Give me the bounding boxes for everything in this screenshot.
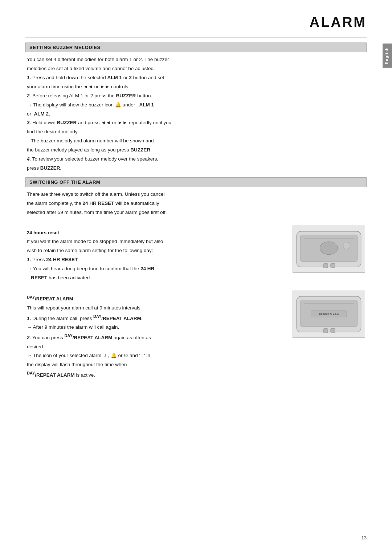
section1-dash2: the buzzer melody played as long as you … xyxy=(27,146,365,154)
sub2-text3: is active. xyxy=(75,372,95,378)
sub2-step1-text2: . xyxy=(141,315,143,321)
page-wrapper: English ALARM SETTING BUZZER MELODIES Yo… xyxy=(0,0,392,555)
two-col-layout-2: DAY/REPEAT ALARM This will repeat your a… xyxy=(27,291,365,380)
section1-step1-cont: your alarm time using the ◄◄ or ►► contr… xyxy=(27,83,365,91)
step4-num: 4. xyxy=(27,156,31,162)
section2-intro1: There are three ways to switch off the a… xyxy=(27,191,365,198)
arrow-right-4 xyxy=(27,353,33,358)
section1-step2-arrow2: or ALM 2. xyxy=(27,110,365,118)
section1-step3: 3. Hold down BUZZER and press ◄◄ or ►► r… xyxy=(27,119,365,127)
section1-header: SETTING BUZZER MELODIES xyxy=(25,42,367,52)
section1-intro1: You can set 4 different melodies for bot… xyxy=(27,56,365,64)
sub2-title: DAY/REPEAT ALARM xyxy=(27,294,285,303)
col-text: 24 hours reset If you want the alarm mod… xyxy=(27,226,285,283)
sub2-step2-bold: /REPEAT ALARM xyxy=(73,335,113,340)
title-rule xyxy=(25,37,367,37)
step4-text1: To review your selected buzzer melody ov… xyxy=(32,156,158,162)
section1-content: You can set 4 different melodies for bot… xyxy=(25,56,367,172)
sub2-title-day: DAY xyxy=(27,295,35,299)
arrow-right-3 xyxy=(27,324,33,330)
col-image-bottom: REPEAT ALARM xyxy=(293,291,365,343)
section1-dash1: – The buzzer melody and alarm number wil… xyxy=(27,137,365,145)
step3-bold1: BUZZER xyxy=(57,120,77,125)
svg-point-6 xyxy=(343,242,350,249)
sub2-bold2: /REPEAT ALARM xyxy=(35,372,75,378)
section2-intro4: selected after 59 minutes, from the time… xyxy=(27,209,365,216)
page-title-bar: ALARM xyxy=(25,15,367,30)
step1-num: 1. xyxy=(27,75,31,80)
step2-bold1: BUZZER xyxy=(116,93,136,98)
sub2-step1-arrow: After 9 minutes the alarm will call agai… xyxy=(27,324,285,331)
step2-num: 2. xyxy=(27,93,31,98)
section1-step1: 1. Press and hold down the selected ALM … xyxy=(27,74,365,82)
section2-header: SWITCHING OFF THE ALARM xyxy=(25,177,367,187)
svg-point-2 xyxy=(320,242,338,254)
step1-bold1: ALM 1 xyxy=(107,75,122,80)
page-title: ALARM xyxy=(25,15,367,30)
sub1-title: 24 hours reset xyxy=(27,229,285,236)
english-tab: English xyxy=(383,44,392,68)
step1-text3: button and set xyxy=(132,75,164,80)
sub1-arrow2: RESET has been activated. xyxy=(27,274,285,282)
col-image-top xyxy=(293,226,365,278)
sub2-step1-bold: /REPEAT ALARM xyxy=(101,315,141,321)
device-image-1 xyxy=(293,226,365,273)
section2-intro2: the alarm completely, the 24 HR RESET wi… xyxy=(27,200,365,207)
sub2-step2: 2. You can press DAY/REPEAT ALARM again … xyxy=(27,333,285,341)
section1-step3-cont: find the desired melody. xyxy=(27,128,365,136)
sub2-step1-day: DAY xyxy=(93,314,101,319)
sub2-step2-num: 2. xyxy=(27,335,31,340)
svg-rect-12 xyxy=(331,329,335,333)
step3-num: 3. xyxy=(27,120,31,125)
sub1-step1-num: 1. xyxy=(27,257,31,262)
section1-step2: 2. Before releasing ALM 1 or 2 press the… xyxy=(27,92,365,100)
sub2-step2-text2: again as often as xyxy=(112,335,151,340)
step1-bold2: 2 xyxy=(129,75,132,80)
sub2-step2-arrow1: The icon of your selected alarm ♪ , 🔔 or… xyxy=(27,352,285,360)
device-image-2: REPEAT ALARM xyxy=(293,291,365,338)
step3-text2: and press ◄◄ or ►► repeatedly until you xyxy=(77,120,171,125)
section1-step4: 4. To review your selected buzzer melody… xyxy=(27,155,365,163)
col-text-2: DAY/REPEAT ALARM This will repeat your a… xyxy=(27,291,285,380)
step1-text: Press and hold down the selected xyxy=(32,75,107,80)
sub1-step1: 1. Press 24 HR RESET xyxy=(27,256,285,264)
sub1-arrow: You will hear a long beep tone to confir… xyxy=(27,265,285,273)
sub2-step2-arrow3: DAY/REPEAT ALARM is active. xyxy=(27,370,285,379)
step3-text1: Hold down xyxy=(32,120,57,125)
sub1-step1-bold: 24 HR RESET xyxy=(46,257,78,262)
two-col-layout: 24 hours reset If you want the alarm mod… xyxy=(27,226,365,283)
svg-rect-11 xyxy=(323,329,328,333)
arrow-right-1 xyxy=(27,102,33,108)
page-number: 13 xyxy=(362,535,367,540)
svg-text:REPEAT ALARM: REPEAT ALARM xyxy=(319,313,339,316)
sub2-step2-text: You can press xyxy=(32,335,65,340)
sub2-day2: DAY xyxy=(27,371,35,375)
svg-rect-4 xyxy=(331,263,335,268)
step2-text2: button. xyxy=(136,93,152,98)
sub2-text1: This will repeat your alarm call at 9 mi… xyxy=(27,304,285,312)
section1-step4-cont: press BUZZER. xyxy=(27,165,365,172)
sub2-step2-arrow2: the display will flash throughout the ti… xyxy=(27,361,285,369)
sub2-step1: 1. During the alarm call, press DAY/REPE… xyxy=(27,313,285,322)
sub2-step1-text1: During the alarm call, press xyxy=(32,315,93,321)
sub1-text1: If you want the alarm mode to be stopped… xyxy=(27,238,285,246)
section2-content: There are three ways to switch off the a… xyxy=(25,191,367,381)
step2-text1: Before releasing ALM 1 or 2 press the xyxy=(32,93,116,98)
svg-rect-3 xyxy=(323,263,328,268)
sub1-text2: wish to retain the same alarm setting fo… xyxy=(27,247,285,255)
sub1-step1-text: Press xyxy=(32,257,46,262)
section1-step2-arrow: The display will show the buzzer icon 🔔 … xyxy=(27,101,365,109)
sub2-title-main: /REPEAT ALARM xyxy=(35,296,73,302)
sub2-step1-num: 1. xyxy=(27,315,31,321)
sub2-step2-cont: desired. xyxy=(27,343,285,351)
step1-text2: or xyxy=(122,75,129,80)
sub2-step2-day: DAY xyxy=(65,333,73,338)
arrow-right-2 xyxy=(27,266,33,271)
section1-intro2: melodies are set at a fixed volume and c… xyxy=(27,65,365,73)
